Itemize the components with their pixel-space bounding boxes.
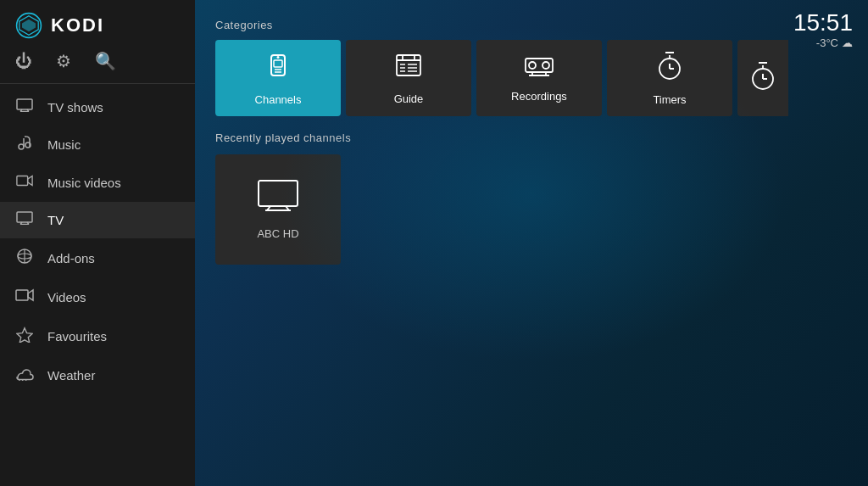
app-title: KODI (51, 14, 104, 36)
channels-label: Channels (255, 93, 302, 106)
svg-point-39 (529, 62, 536, 69)
music-icon (15, 135, 34, 154)
sidebar: KODI ⏻ ⚙ 🔍 TV shows Music (0, 0, 195, 486)
recordings-label: Recordings (511, 90, 567, 103)
timers-label: Timers (653, 93, 686, 106)
search-icon[interactable]: 🔍 (95, 51, 116, 71)
svg-rect-10 (17, 176, 28, 186)
guide-label: Guide (394, 92, 424, 105)
svg-rect-3 (17, 99, 32, 109)
sidebar-item-tv-shows[interactable]: TV shows (0, 89, 195, 126)
sidebar-item-music-videos[interactable]: Music videos (0, 164, 195, 202)
clock-time: 15:51 (793, 10, 853, 36)
sidebar-item-videos-label: Videos (47, 290, 86, 304)
category-tile-timers[interactable]: Timers (607, 40, 732, 116)
temperature-display: -3°C (816, 36, 838, 49)
guide-icon (394, 51, 423, 86)
category-tile-channels[interactable]: Channels (215, 40, 341, 116)
recently-label: Recently played channels (215, 131, 848, 144)
power-icon[interactable]: ⏻ (15, 52, 32, 71)
sidebar-item-tv-shows-label: TV shows (47, 100, 103, 115)
timers-icon (656, 50, 683, 87)
svg-rect-18 (16, 290, 28, 300)
svg-rect-28 (397, 55, 420, 75)
sidebar-item-tv-label: TV (47, 213, 64, 227)
sidebar-header: KODI (0, 0, 195, 47)
sidebar-item-favourites-label: Favourites (47, 329, 107, 344)
svg-point-24 (277, 56, 280, 59)
settings-icon[interactable]: ⚙ (56, 51, 71, 71)
category-tile-guide[interactable]: Guide (346, 40, 471, 116)
sidebar-item-music-label: Music (47, 137, 81, 152)
channel-tile-abc-hd[interactable]: ABC HD (215, 154, 341, 265)
sidebar-divider (0, 83, 195, 84)
svg-point-40 (542, 62, 549, 69)
weather-icon (15, 366, 34, 385)
sidebar-toolbar: ⏻ ⚙ 🔍 (0, 47, 195, 83)
main-content: 15:51 -3°C ☁ Categories Channels (195, 0, 868, 486)
weather-status: -3°C ☁ (793, 36, 853, 49)
sidebar-item-music-videos-label: Music videos (47, 176, 121, 190)
category-tile-recordings[interactable]: Recordings (476, 40, 602, 116)
favourites-icon (15, 326, 34, 347)
svg-marker-2 (22, 20, 36, 31)
abc-hd-icon (257, 179, 299, 219)
categories-label: Categories (215, 19, 848, 31)
sidebar-item-add-ons-label: Add-ons (47, 251, 95, 265)
tv-icon (15, 211, 34, 229)
abc-hd-label: ABC HD (257, 227, 298, 240)
svg-point-7 (19, 144, 24, 149)
svg-rect-11 (17, 212, 32, 222)
sidebar-item-weather[interactable]: Weather (0, 356, 195, 394)
category-tile-timers2[interactable] (737, 40, 788, 116)
recordings-icon (524, 53, 554, 83)
kodi-logo-icon (15, 12, 42, 39)
sidebar-item-tv[interactable]: TV (0, 202, 195, 238)
sidebar-item-music[interactable]: Music (0, 126, 195, 164)
sidebar-item-add-ons[interactable]: Add-ons (0, 238, 195, 278)
categories-row: Channels Guide (215, 40, 848, 116)
weather-cloud-icon: ☁ (842, 36, 853, 49)
sidebar-item-weather-label: Weather (47, 368, 95, 383)
videos-icon (15, 288, 34, 307)
sidebar-item-favourites[interactable]: Favourites (0, 316, 195, 356)
svg-rect-25 (274, 60, 282, 67)
recently-row: ABC HD (215, 154, 848, 265)
tv-shows-icon (15, 98, 34, 116)
music-videos-icon (15, 173, 34, 193)
add-ons-icon (15, 248, 34, 269)
svg-rect-54 (259, 181, 298, 206)
clock-area: 15:51 -3°C ☁ (793, 10, 853, 49)
svg-marker-19 (17, 328, 32, 343)
sidebar-item-videos[interactable]: Videos (0, 278, 195, 316)
timers2-icon (749, 60, 776, 97)
channels-icon (263, 50, 293, 87)
